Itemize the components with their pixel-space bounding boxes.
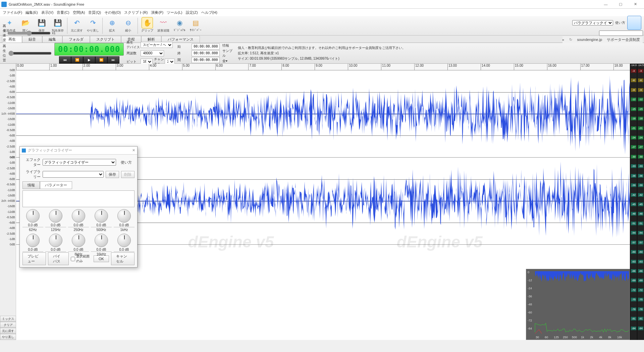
spectrum-x-tick: 16k [617, 336, 622, 339]
info-line: 個人・教育利用及び転載目的でのみご利用頂けます。それ以外のご利用はサポーター会員… [238, 46, 406, 50]
tab-フォルダ[interactable]: フォルダ [62, 36, 90, 43]
globe-button[interactable] [627, 16, 641, 30]
eq-knob-音量[interactable] [117, 234, 131, 247]
tab-スクリプト[interactable]: スクリプト [90, 36, 121, 43]
domain-link[interactable]: soundengine.jp [577, 38, 602, 42]
time-tick: 15.00 [514, 64, 523, 70]
transport-button[interactable]: ⏩ [95, 56, 107, 64]
side-button[interactable]: やり直し [0, 334, 16, 340]
toolbar-別名保存[interactable]: 💾 [52, 17, 63, 28]
cancel-button[interactable]: キャンセル [111, 252, 135, 265]
meter-peak: -14.0 [630, 64, 637, 67]
support-link[interactable]: サポーター会員制度 [607, 37, 640, 42]
meter-segment: -78 [638, 307, 643, 311]
device-select[interactable]: スピーカー / ヘッ▾ [141, 42, 173, 48]
toolbar-縮小[interactable]: ⊖ [122, 17, 134, 28]
menu-item[interactable]: 表示(V) [40, 9, 55, 16]
gap-time[interactable] [192, 57, 220, 63]
meter-segment: -18 [631, 117, 636, 120]
menu-item[interactable]: ツール(L) [165, 9, 183, 16]
spectrum-y-tick: -72 [528, 319, 532, 322]
toolbar-元に戻す[interactable]: ↶ [71, 17, 83, 28]
play-speed-slider[interactable] [7, 31, 51, 36]
menu-item[interactable]: 音量(C) [55, 9, 70, 16]
eq-knob-62Hz[interactable] [26, 209, 40, 223]
freq-select[interactable]: 48000 [141, 50, 164, 56]
maximize-button[interactable]: ▢ [613, 0, 628, 8]
menu-item[interactable]: 演奏(P) [150, 9, 165, 16]
close-button[interactable]: ✕ [628, 0, 643, 8]
library-select[interactable] [43, 171, 104, 178]
transport-button[interactable]: ⏪ [71, 56, 83, 64]
info-textarea[interactable] [22, 190, 135, 207]
eq-knob-250Hz[interactable] [72, 209, 85, 223]
eq-knob-4kHz[interactable] [49, 234, 62, 247]
toolbar-波形追随[interactable]: 〰 [158, 17, 169, 28]
waveform-ch1[interactable] [16, 70, 630, 158]
paragraphic-text[interactable] [599, 31, 643, 36]
delete-button[interactable]: 削除 [121, 171, 135, 178]
play-pos-label: 再生位置 [3, 44, 7, 63]
meter-segment: -3 [638, 69, 643, 73]
eq-knob-500Hz[interactable] [95, 209, 108, 223]
toolbar: ✦新規作成📂開く💾保存💾別名保存↶元に戻す↷やり直し⊕拡大⊖縮小✋グリップ〰波形… [0, 16, 644, 36]
toolbar-ﾋﾞｼﾞｭｱﾙ[interactable]: ◉ [174, 17, 185, 28]
eq-knob-8kHz[interactable] [72, 234, 85, 247]
minimize-button[interactable]: — [598, 0, 613, 8]
toolbar-やり直し[interactable]: ↷ [87, 17, 99, 28]
play-pos-slider[interactable] [8, 51, 52, 56]
menu-item[interactable]: 空間(A) [71, 9, 87, 16]
save-button[interactable]: 保存 [106, 171, 119, 178]
effector-select[interactable]: グラフィックイコライザー [43, 159, 116, 166]
help-link[interactable]: 使い方 [615, 20, 625, 25]
menu-item[interactable]: 編集(E) [24, 9, 39, 16]
nav-back-icon[interactable]: ▸ [562, 38, 565, 42]
end-time[interactable] [192, 50, 220, 56]
ok-button[interactable]: OK [94, 255, 109, 262]
eq-knob-2kHz[interactable] [26, 234, 40, 247]
nav-reload-icon[interactable]: ↻ [569, 38, 572, 42]
dialog-help-link[interactable]: 使い方 [118, 159, 135, 166]
meter-segment: -69 [631, 279, 636, 282]
menu-item[interactable]: ヘルプ(H) [200, 9, 219, 16]
app-icon [1, 2, 7, 7]
eq-knob-16kHz[interactable] [95, 234, 108, 247]
side-button[interactable]: クリア [0, 322, 16, 328]
bypass-button[interactable]: バイパス [48, 252, 69, 265]
all-label[interactable]: 全▾ [222, 59, 235, 63]
dialog-tab[interactable]: 情報 [22, 181, 40, 189]
toolbar-拡大[interactable]: ⊕ [106, 17, 118, 28]
db-label: -18dB [7, 204, 15, 208]
toolbar-ｻｲﾄﾞﾊﾞｰ[interactable]: ▤ [190, 17, 201, 28]
transport-button[interactable]: ⏮ [59, 56, 71, 64]
transport-button[interactable]: ⏭ [107, 56, 119, 64]
meter-segment: -81 [631, 317, 636, 320]
time-tick: 9.00 [315, 64, 322, 70]
main-tabs: 再生録音編集フォルダスクリプト音程解析パフォーマンス [0, 36, 644, 43]
dialog-tab[interactable]: パラメーター [40, 181, 72, 189]
eq-knob-1kHz[interactable] [117, 209, 131, 223]
spectrum-panel[interactable]: 0-12-24-36-48-60-72-8430601252505001k2k4… [526, 269, 630, 340]
toolbar-グリップ[interactable]: ✋ [142, 17, 153, 28]
meter-segment: -6 [638, 78, 643, 82]
eq-knob-label: 125Hz [51, 228, 61, 232]
menu-item[interactable]: 設定(Z) [184, 9, 199, 16]
selection-only-checkbox[interactable]: 選択範囲 のみ [71, 254, 90, 263]
info-text: 個人・教育利用及び転載目的でのみご利用頂けます。それ以外のご利用はサポーター会員… [238, 46, 406, 61]
side-button[interactable]: 元に戻す [0, 328, 16, 334]
menu-item[interactable]: 音質(Q) [87, 9, 102, 16]
start-time[interactable] [192, 44, 220, 50]
watermark: dEngine v5 [188, 233, 274, 251]
eq-knob-label: 62Hz [29, 228, 37, 232]
db-label: -4dB [9, 226, 15, 230]
dialog-close-icon[interactable]: ✕ [132, 148, 135, 153]
eq-knob-125Hz[interactable] [49, 209, 62, 223]
menu-item[interactable]: ファイル(F) [1, 9, 23, 16]
menu-item[interactable]: スクリプト(R) [123, 9, 149, 16]
transport-button[interactable]: ▶ [83, 56, 95, 64]
preview-button[interactable]: プレビュー [22, 252, 46, 265]
paragraphic-eq-select[interactable]: パラグラフィックイコライザー [572, 20, 613, 25]
side-button[interactable]: ミックス [0, 316, 16, 322]
time-ruler[interactable]: 0.001.002.003.004.005.006.007.008.009.00… [16, 64, 630, 70]
menu-item[interactable]: その他(O) [103, 9, 122, 16]
